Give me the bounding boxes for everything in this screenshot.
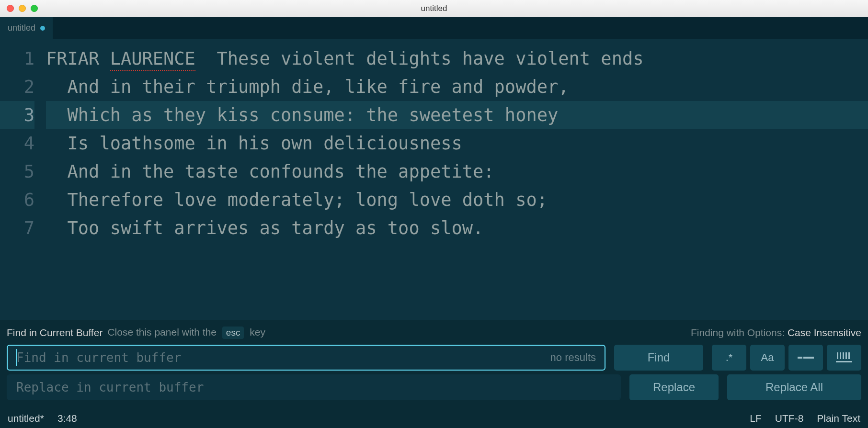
zoom-window-icon[interactable] [31, 5, 38, 12]
line-number: 3 [0, 101, 34, 129]
selection-icon [798, 353, 814, 362]
replace-all-button[interactable]: Replace All [727, 374, 861, 400]
replace-button[interactable]: Replace [629, 374, 719, 400]
regex-toggle-button[interactable]: .* [712, 345, 746, 371]
editor-line[interactable]: Is loathsome in his own deliciousness [46, 129, 868, 158]
line-number: 7 [0, 214, 34, 242]
tab-untitled[interactable]: untitled [0, 17, 53, 39]
find-panel-hint: Close this panel with the esc key [107, 327, 265, 339]
line-number: 2 [0, 73, 34, 101]
svg-rect-5 [845, 352, 847, 359]
whole-word-toggle-button[interactable] [827, 345, 861, 371]
replace-input-container[interactable] [7, 374, 621, 400]
text-cursor-icon [16, 349, 17, 366]
window-title: untitled [421, 4, 447, 13]
svg-rect-1 [803, 357, 814, 359]
svg-rect-7 [836, 361, 852, 362]
case-sensitive-toggle-button[interactable]: Aa [750, 345, 785, 371]
editor-line[interactable]: Therefore love moderately; long love dot… [46, 186, 868, 214]
status-encoding[interactable]: UTF-8 [775, 413, 804, 424]
find-result-count: no results [550, 351, 596, 364]
editor-line[interactable]: Too swift arrives as tardy as too slow. [46, 214, 868, 242]
status-cursor-position[interactable]: 3:48 [57, 413, 77, 424]
svg-rect-2 [837, 352, 838, 359]
status-grammar[interactable]: Plain Text [817, 413, 860, 424]
find-input-container[interactable]: no results [7, 345, 605, 371]
find-panel-title: Find in Current Buffer [7, 327, 103, 338]
status-filename[interactable]: untitled* [8, 413, 44, 424]
close-window-icon[interactable] [7, 5, 14, 12]
whole-word-icon [836, 352, 852, 363]
find-button[interactable]: Find [614, 345, 703, 371]
line-number: 4 [0, 129, 34, 158]
svg-rect-3 [840, 352, 841, 359]
find-replace-panel: Find in Current Buffer Close this panel … [0, 320, 868, 409]
line-number: 6 [0, 186, 34, 214]
dirty-indicator-icon [40, 26, 45, 31]
svg-rect-0 [798, 357, 802, 359]
editor-app: untitled 1234567 FRIAR LAURENCE These vi… [0, 17, 868, 428]
status-bar: untitled* 3:48 LF UTF-8 Plain Text [0, 409, 868, 428]
editor-line[interactable]: And in the taste confounds the appetite: [46, 158, 868, 186]
tab-bar: untitled [0, 17, 868, 39]
find-options-group: .* Aa [712, 345, 861, 371]
text-editor[interactable]: 1234567 FRIAR LAURENCE These violent del… [0, 39, 868, 320]
editor-line[interactable]: And in their triumph die, like fire and … [46, 73, 868, 101]
editor-line[interactable]: FRIAR LAURENCE These violent delights ha… [46, 45, 868, 73]
svg-rect-4 [843, 352, 844, 359]
find-panel-header: Find in Current Buffer Close this panel … [7, 327, 861, 339]
traffic-lights [7, 5, 38, 12]
find-options-label: Finding with Options: Case Insensitive [691, 327, 861, 338]
find-input[interactable] [16, 350, 545, 365]
window-titlebar: untitled [0, 0, 868, 17]
editor-content[interactable]: FRIAR LAURENCE These violent delights ha… [46, 45, 868, 320]
minimize-window-icon[interactable] [19, 5, 26, 12]
svg-rect-6 [848, 352, 850, 359]
tab-label: untitled [8, 23, 35, 33]
replace-input[interactable] [16, 380, 611, 394]
editor-line[interactable]: Which as they kiss consume: the sweetest… [46, 101, 868, 129]
esc-key-badge: esc [222, 327, 244, 339]
line-number-gutter: 1234567 [0, 45, 46, 320]
spelling-error: LAURENCE [110, 48, 195, 71]
selection-only-toggle-button[interactable] [788, 345, 823, 371]
status-line-ending[interactable]: LF [750, 413, 762, 424]
line-number: 5 [0, 158, 34, 186]
line-number: 1 [0, 45, 34, 73]
